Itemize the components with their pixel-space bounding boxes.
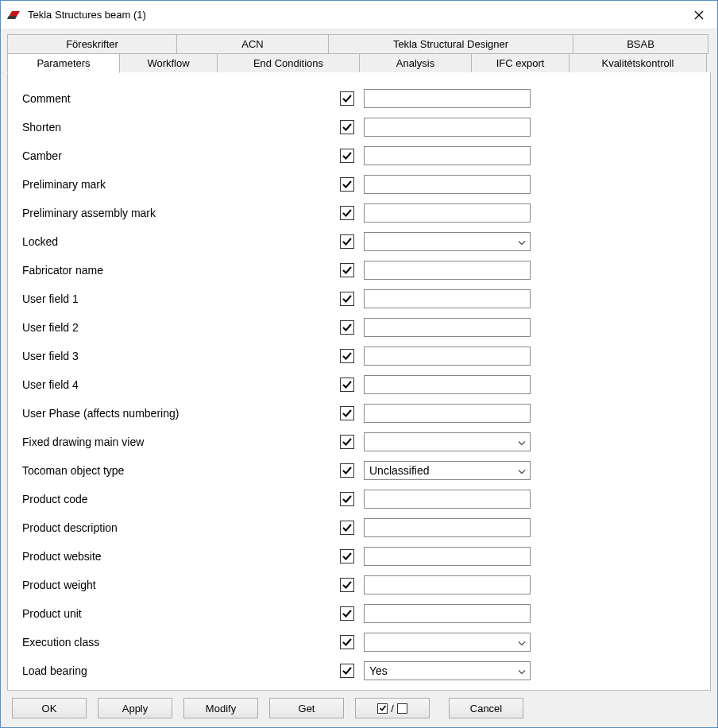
ok-button[interactable]: OK	[12, 698, 87, 718]
lower-tab-2[interactable]: End Conditions	[217, 53, 360, 73]
param-input[interactable]	[364, 175, 531, 194]
param-input[interactable]	[364, 261, 531, 280]
param-label: Product weight	[22, 579, 340, 591]
modify-button[interactable]: Modify	[183, 698, 258, 718]
param-label: Preliminary assembly mark	[22, 207, 340, 219]
upper-tab-2[interactable]: Tekla Structural Designer	[328, 34, 573, 54]
param-row-13: Tocoman object typeUnclassified	[22, 456, 696, 485]
svg-marker-1	[7, 16, 17, 19]
param-enable-checkbox[interactable]	[340, 292, 354, 306]
param-row-5: Locked	[22, 227, 696, 256]
param-enable-checkbox[interactable]	[340, 349, 354, 363]
param-select[interactable]	[364, 633, 531, 652]
param-row-16: Product website	[22, 542, 696, 571]
param-select-value	[364, 633, 531, 652]
param-enable-checkbox[interactable]	[340, 492, 354, 506]
param-input[interactable]	[364, 118, 531, 137]
upper-tab-3[interactable]: BSAB	[573, 34, 708, 54]
param-enable-checkbox[interactable]	[340, 635, 354, 649]
lower-tab-4[interactable]: IFC export	[471, 53, 569, 73]
param-row-11: User Phase (affects numbering)	[22, 399, 696, 428]
param-label: Locked	[22, 235, 340, 248]
param-input[interactable]	[364, 375, 531, 394]
lower-tab-1[interactable]: Workflow	[119, 53, 218, 73]
param-select-value: Yes	[364, 661, 531, 680]
param-input[interactable]	[364, 146, 531, 165]
param-row-15: Product description	[22, 513, 696, 542]
param-enable-checkbox[interactable]	[340, 120, 354, 134]
slash-separator: /	[391, 703, 394, 714]
param-input[interactable]	[364, 347, 531, 366]
param-enable-checkbox[interactable]	[340, 378, 354, 392]
param-row-20: Load bearingYes	[22, 656, 696, 685]
param-row-2: Camber	[22, 141, 696, 170]
param-row-17: Product weight	[22, 571, 696, 599]
param-input[interactable]	[364, 318, 531, 337]
toggle-all-checkboxes-button[interactable]: /	[355, 698, 430, 718]
param-select[interactable]	[364, 432, 531, 451]
apply-button[interactable]: Apply	[98, 698, 172, 718]
cancel-button[interactable]: Cancel	[449, 698, 523, 718]
param-input[interactable]	[364, 203, 531, 223]
lower-tab-0[interactable]: Parameters	[7, 53, 120, 73]
upper-tab-0[interactable]: Föreskrifter	[7, 34, 177, 54]
app-icon	[7, 10, 21, 21]
param-select-value: Unclassified	[364, 461, 531, 480]
checkbox-off-icon	[397, 703, 407, 714]
param-enable-checkbox[interactable]	[340, 91, 354, 106]
param-label: Preliminary mark	[22, 178, 340, 191]
param-label: Load bearing	[22, 664, 340, 677]
param-label: User field 3	[22, 350, 340, 362]
param-label: Shorten	[22, 121, 340, 134]
dialog-body: FöreskrifterACNTekla Structural Designer…	[1, 29, 717, 727]
param-input[interactable]	[364, 575, 531, 594]
param-enable-checkbox[interactable]	[340, 435, 354, 449]
param-label: Execution class	[22, 636, 340, 649]
param-input[interactable]	[364, 404, 531, 423]
param-input[interactable]	[364, 289, 531, 308]
param-enable-checkbox[interactable]	[340, 521, 354, 535]
param-enable-checkbox[interactable]	[340, 578, 354, 592]
param-input[interactable]	[364, 604, 531, 623]
param-enable-checkbox[interactable]	[340, 234, 354, 249]
param-label: Product code	[22, 493, 340, 505]
param-enable-checkbox[interactable]	[340, 149, 354, 163]
param-label: User field 2	[22, 321, 340, 334]
param-input[interactable]	[364, 518, 531, 537]
param-label: Product unit	[22, 607, 340, 620]
upper-tab-1[interactable]: ACN	[176, 34, 329, 54]
param-select[interactable]: Yes	[364, 661, 531, 680]
get-button[interactable]: Get	[269, 698, 344, 718]
param-label: Product description	[22, 521, 340, 534]
lower-tab-3[interactable]: Analysis	[359, 53, 472, 73]
param-row-6: Fabricator name	[22, 256, 696, 285]
param-select[interactable]	[364, 232, 531, 251]
tabs-row-upper: FöreskrifterACNTekla Structural Designer…	[7, 34, 711, 54]
param-row-12: Fixed drawing main view	[22, 428, 696, 456]
param-enable-checkbox[interactable]	[340, 177, 354, 192]
param-enable-checkbox[interactable]	[340, 606, 354, 621]
param-row-14: Product code	[22, 485, 696, 513]
param-enable-checkbox[interactable]	[340, 263, 354, 277]
parameters-page: CommentShortenCamberPreliminary markPrel…	[7, 72, 711, 691]
lower-tab-5[interactable]: Kvalitétskontroll	[569, 53, 707, 73]
param-enable-checkbox[interactable]	[340, 206, 354, 220]
param-row-9: User field 3	[22, 342, 696, 370]
param-label: Fabricator name	[22, 264, 340, 277]
param-enable-checkbox[interactable]	[340, 320, 354, 335]
param-enable-checkbox[interactable]	[340, 406, 354, 420]
param-enable-checkbox[interactable]	[340, 549, 354, 563]
close-button[interactable]	[681, 1, 717, 29]
param-row-8: User field 2	[22, 313, 696, 342]
param-input[interactable]	[364, 547, 531, 566]
param-enable-checkbox[interactable]	[340, 664, 354, 678]
param-label: User Phase (affects numbering)	[22, 407, 340, 420]
param-input[interactable]	[364, 89, 531, 108]
param-select[interactable]: Unclassified	[364, 461, 531, 480]
checkbox-on-icon	[377, 703, 388, 714]
param-select-value	[364, 432, 531, 451]
param-row-18: Product unit	[22, 599, 696, 628]
param-enable-checkbox[interactable]	[340, 463, 354, 478]
param-input[interactable]	[364, 490, 531, 509]
param-label: Fixed drawing main view	[22, 436, 340, 448]
